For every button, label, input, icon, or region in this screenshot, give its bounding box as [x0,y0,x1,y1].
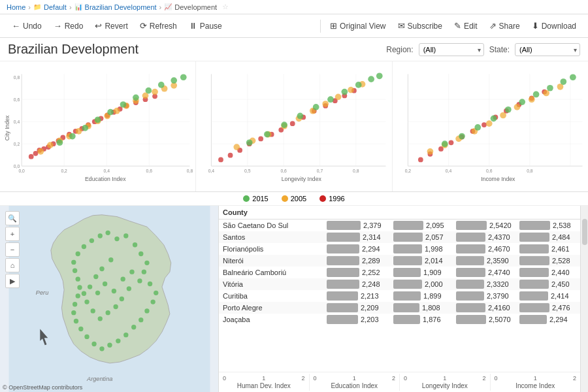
redo-button[interactable]: → Redo [48,18,89,33]
bar-cell: 2,3320 [453,278,517,290]
bar-cell: 2,294 [324,243,391,255]
tick: 0 [314,375,317,382]
col-header-2 [391,206,453,220]
breadcrumb: Home › 📁 Default › 📊 Brazilian Developme… [0,0,588,14]
bar-value: 2,5070 [489,316,514,323]
bar-cell: 2,314 [324,231,391,243]
bar-value: 2,5420 [489,221,514,229]
scrollbar[interactable] [580,206,588,392]
legend-dot-2015 [243,195,250,202]
svg-point-181 [107,343,112,348]
folder-icon: 📁 [33,3,41,10]
svg-point-152 [442,140,448,147]
svg-point-155 [490,116,497,122]
star-icon[interactable]: ☆ [222,3,229,11]
undo-button[interactable]: ← Undo [7,18,47,33]
redo-icon: → [54,21,62,31]
bar-indicator [456,244,485,253]
svg-point-56 [57,139,63,146]
breadcrumb-brazilian[interactable]: Brazilian Development [85,3,157,11]
bar-indicator [456,221,487,230]
original-view-label: Original View [340,22,385,31]
map-expand-button[interactable]: ▶ [5,274,20,288]
svg-point-205 [106,310,110,315]
bar-value: 2,095 [426,221,451,229]
refresh-button[interactable]: ⟳ Refresh [135,18,182,33]
bar-indicator [519,268,549,277]
county-cell: Santos [219,231,324,243]
chart-education: City Index 0,0 0,2 0, [0,61,196,191]
svg-point-169 [139,252,143,256]
share-button[interactable]: ⇗ Share [484,18,525,33]
svg-point-64 [158,82,165,88]
svg-point-161 [570,74,576,80]
bar-cell: 2,294 [517,314,580,325]
svg-point-112 [342,89,348,95]
share-icon: ⇗ [489,21,497,31]
map-home-button[interactable]: ⌂ [5,258,20,272]
bar-value: 2,213 [361,292,385,300]
toolbar-separator [320,20,321,33]
bar-value: 2,252 [362,269,387,276]
bar-value: 1,899 [423,292,448,300]
legend-2015: 2015 [243,195,268,203]
svg-text:Longevity Index: Longevity Index [282,176,322,182]
svg-point-146 [486,120,493,127]
legend-label-2015: 2015 [252,195,268,203]
state-select[interactable]: (All) [515,43,580,56]
bar-indicator [393,256,422,265]
chart-income-svg: 0,2 0,4 0,6 0,8 Income Index [395,64,585,189]
svg-point-96 [234,144,240,150]
map-zoom-out-button[interactable]: − [5,242,20,257]
legend-dot-2005 [282,195,288,202]
download-button[interactable]: ⬇ Download [527,18,581,33]
subscribe-button[interactable]: ✉ Subscribe [393,18,448,33]
header-row: Brazilian Development Region: (All) Stat… [0,38,588,61]
bar-cell: 2,476 [517,302,580,314]
tick: 0 [495,375,498,382]
bar-indicator [519,256,549,265]
svg-point-195 [82,244,86,249]
bar-cell: 2,000 [391,278,453,290]
table-row: Vitória2,2482,0002,33202,450 [219,278,580,290]
revert-button[interactable]: ↩ Revert [90,18,133,33]
svg-point-154 [474,124,481,131]
breadcrumb-default[interactable]: Default [44,3,67,11]
svg-text:0,2: 0,2 [404,169,411,173]
original-view-button[interactable]: ⊞ Original View [325,18,391,33]
bar-value: 2,3320 [487,280,512,288]
bar-indicator [519,233,549,242]
map-search-button[interactable]: 🔍 [5,211,20,225]
pause-button[interactable]: ⏸ Pause [184,18,227,33]
svg-point-190 [77,285,82,289]
breadcrumb-home[interactable]: Home [7,3,25,11]
svg-point-184 [84,335,89,339]
svg-point-204 [113,304,118,309]
table-wrapper[interactable]: County São Caetano Do Sul2,3792,0952,542… [219,206,580,372]
map-panel: 🔍 + − ⌂ ▶ Peru A [0,206,219,392]
bar-cell: 2,014 [391,255,453,267]
map-zoom-in-button[interactable]: + [5,227,20,241]
svg-point-177 [139,318,143,322]
revert-label: Revert [105,22,127,31]
bar-cell: 2,5420 [453,220,517,232]
bar-value: 2,414 [551,292,576,300]
bar-value: 2,4670 [488,245,513,253]
svg-text:0,8: 0,8 [353,169,359,173]
tick: 1 [262,375,265,382]
scroll-thumb[interactable] [582,219,587,245]
map-controls: 🔍 + − ⌂ ▶ [5,211,20,288]
tick: 2 [573,375,576,382]
svg-point-193 [71,260,76,265]
svg-text:0,5: 0,5 [244,169,251,173]
toolbar-right: ⊞ Original View ✉ Subscribe ✎ Edit ⇗ Sha… [318,18,581,33]
axis-ticks-inc: 0 1 2 [493,375,578,382]
bar-indicator [327,221,361,230]
svg-point-196 [90,238,94,243]
breadcrumb-sep1: › [28,3,31,11]
bar-indicator [519,244,549,253]
edit-button[interactable]: ✎ Edit [449,18,483,33]
svg-point-113 [355,82,362,88]
bar-value: 2,4160 [488,304,513,312]
region-select[interactable]: (All) [419,43,484,56]
